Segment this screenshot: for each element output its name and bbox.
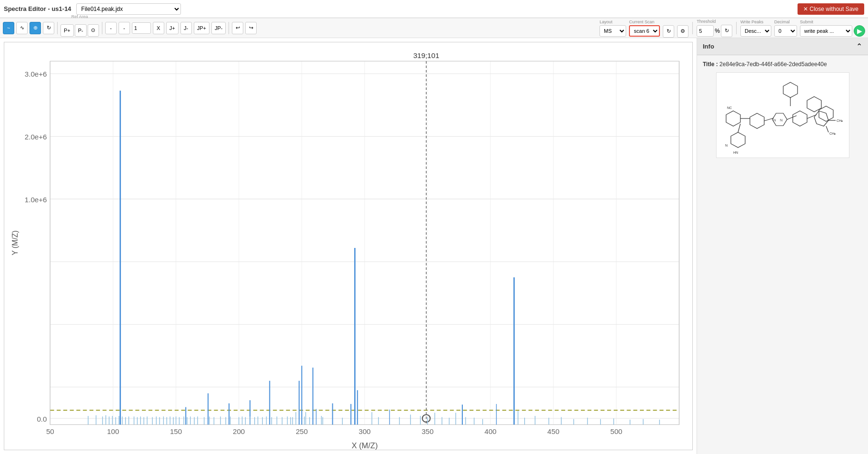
svg-text:450: 450 — [548, 428, 559, 435]
svg-line-146 — [787, 116, 797, 119]
line-mode-button[interactable]: ~ — [3, 22, 14, 34]
svg-text:50: 50 — [46, 428, 54, 435]
svg-text:2.0e+6: 2.0e+6 — [25, 133, 47, 141]
minus-button[interactable]: - — [105, 22, 117, 34]
ref-area-input[interactable] — [132, 22, 151, 34]
svg-text:N: N — [725, 144, 728, 147]
decimal-select[interactable]: 0123 — [774, 25, 797, 37]
separator-5 — [736, 22, 737, 34]
ref-circle-button[interactable]: ⊙ — [88, 24, 99, 37]
current-scan-select[interactable]: scan 1scan 2scan 3 scan 4scan 5scan 6sca… — [629, 25, 660, 37]
ref-p-minus-button[interactable]: P- — [75, 24, 87, 37]
svg-marker-154 — [731, 132, 745, 148]
svg-text:CH₃: CH₃ — [829, 132, 836, 135]
svg-text:N: N — [773, 118, 776, 122]
app-title: Spectra Editor - us1-14 — [4, 5, 71, 12]
svg-text:1.0e+6: 1.0e+6 — [25, 196, 47, 204]
ref-area-group: Ref Area P+ P- ⊙ — [60, 20, 99, 37]
svg-text:CH₃: CH₃ — [837, 119, 843, 122]
threshold-section: Threshold % ↻ — [697, 19, 732, 37]
svg-text:HN: HN — [733, 151, 738, 154]
submit-section: Submit write peak ... export ... ▶ — [800, 20, 865, 37]
layout-label: Layout — [599, 20, 612, 24]
chart-container: 3.0e+6 2.0e+6 1.0e+6 0.0 50 100 150 200 … — [4, 42, 693, 450]
chart-area[interactable]: 3.0e+6 2.0e+6 1.0e+6 0.0 50 100 150 200 … — [0, 38, 697, 454]
zoom-button[interactable]: ⊕ — [30, 22, 41, 34]
info-header-title: Info — [703, 43, 714, 50]
svg-marker-139 — [726, 111, 740, 126]
redo-button[interactable]: ↪ — [245, 22, 257, 34]
ref-area-label: Ref Area — [71, 14, 88, 19]
threshold-unit: % — [715, 28, 720, 34]
threshold-label: Threshold — [697, 19, 716, 24]
svg-text:NC: NC — [727, 106, 732, 109]
smooth-mode-button[interactable]: ∿ — [16, 22, 28, 34]
settings-button[interactable]: ⚙ — [677, 25, 688, 38]
svg-text:Y (M/Z): Y (M/Z) — [10, 230, 19, 255]
write-peaks-section: Write Peaks Desc... Asc... All — [740, 20, 771, 37]
close-button[interactable]: ✕ Close without Save — [798, 3, 864, 15]
main-content: 3.0e+6 2.0e+6 1.0e+6 0.0 50 100 150 200 … — [0, 38, 868, 454]
svg-marker-156 — [783, 82, 798, 98]
chart-svg: 3.0e+6 2.0e+6 1.0e+6 0.0 50 100 150 200 … — [4, 42, 692, 450]
toolbar: ~ ∿ ⊕ ↻ Ref Area P+ P- ⊙ - - X J+ J- JP+… — [0, 18, 868, 38]
molecule-svg: N N CH₃ CH₃ — [717, 73, 850, 158]
svg-text:400: 400 — [485, 428, 497, 435]
title-prefix: Title : — [703, 61, 718, 68]
info-panel: Info ⌃ Title : 2e84e9ca-7edb-446f-a66e-2… — [697, 38, 868, 454]
file-select[interactable]: File014.peak.jdx — [76, 3, 181, 15]
current-scan-label: Current Scan — [629, 20, 654, 24]
j-minus-button[interactable]: J- — [180, 22, 192, 34]
j-plus-button[interactable]: J+ — [166, 22, 179, 34]
separator-1 — [57, 22, 58, 34]
ref-p-plus-button[interactable]: P+ — [60, 24, 74, 37]
decimal-section: Decimal 0123 — [774, 20, 797, 37]
svg-text:100: 100 — [107, 428, 119, 435]
info-title-row: Title : 2e84e9ca-7edb-446f-a66e-2ded5ade… — [703, 61, 862, 68]
svg-marker-147 — [793, 111, 807, 126]
svg-marker-141 — [750, 113, 764, 128]
rotate-button[interactable]: ↻ — [43, 22, 54, 34]
svg-line-155 — [738, 124, 740, 132]
info-collapse-button[interactable]: ⌃ — [856, 42, 862, 51]
svg-text:X (M/Z): X (M/Z) — [351, 442, 378, 450]
file-select-wrapper: File014.peak.jdx — [76, 3, 181, 15]
threshold-input[interactable] — [697, 25, 714, 37]
threshold-reload-button[interactable]: ↻ — [721, 25, 732, 37]
write-peaks-label: Write Peaks — [740, 20, 763, 24]
layout-select[interactable]: MS IR NMR — [599, 25, 626, 37]
run-button[interactable]: ▶ — [854, 25, 865, 37]
svg-text:N: N — [780, 118, 783, 122]
current-scan-section: Current Scan scan 1scan 2scan 3 scan 4sc… — [629, 20, 660, 37]
jp-minus-button[interactable]: JP- — [211, 22, 226, 34]
submit-select[interactable]: write peak ... export ... — [800, 25, 852, 37]
submit-label: Submit — [800, 20, 813, 24]
title-value: 2e84e9ca-7edb-446f-a66e-2ded5adee40e — [718, 61, 827, 68]
svg-text:319;101: 319;101 — [413, 52, 439, 59]
separator-3 — [229, 22, 229, 34]
info-content: Title : 2e84e9ca-7edb-446f-a66e-2ded5ade… — [697, 55, 868, 164]
minus2-button[interactable]: - — [119, 22, 130, 34]
svg-text:250: 250 — [296, 428, 308, 435]
svg-text:350: 350 — [421, 428, 433, 435]
svg-line-152 — [826, 126, 828, 132]
x-button[interactable]: X — [153, 22, 164, 34]
svg-text:150: 150 — [170, 428, 182, 435]
jp-plus-button[interactable]: JP+ — [194, 22, 210, 34]
decimal-label: Decimal — [774, 20, 790, 24]
reload-button[interactable]: ↻ — [663, 25, 674, 38]
toolbar-right: Layout MS IR NMR Current Scan scan 1scan… — [599, 19, 865, 38]
svg-text:3.0e+6: 3.0e+6 — [25, 71, 47, 79]
svg-text:0.0: 0.0 — [37, 415, 47, 423]
molecule-structure: N N CH₃ CH₃ — [716, 72, 849, 158]
svg-line-148 — [807, 115, 817, 118]
svg-text:300: 300 — [359, 428, 370, 435]
svg-text:500: 500 — [610, 428, 622, 435]
undo-button[interactable]: ↩ — [232, 22, 243, 34]
info-header: Info ⌃ — [697, 38, 868, 55]
separator-2 — [102, 22, 102, 34]
layout-section: Layout MS IR NMR — [599, 20, 626, 37]
top-bar: Spectra Editor - us1-14 File014.peak.jdx… — [0, 0, 868, 18]
write-peaks-select[interactable]: Desc... Asc... All — [740, 25, 771, 37]
svg-text:200: 200 — [233, 428, 245, 435]
